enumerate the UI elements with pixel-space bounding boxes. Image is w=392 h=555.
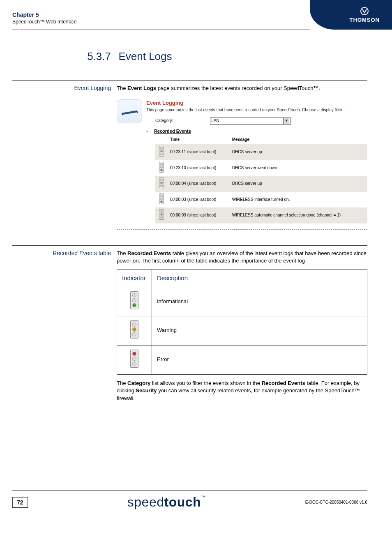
cell-desc: Warning: [152, 316, 367, 345]
cell-msg: DHCS server up: [230, 144, 367, 160]
severity-icon: [159, 209, 164, 220]
side-label-event-logging: Event Logging: [12, 85, 117, 233]
chevron-down-icon: ▼: [283, 118, 289, 124]
chapter-title: Chapter 5: [12, 12, 77, 18]
col-time: Time: [168, 136, 230, 144]
recorded-events-heading: • Recorded Events: [146, 128, 367, 135]
screenshot-title: Event Logging: [146, 99, 367, 107]
cell-time: 00:23:11 (since last boot): [168, 144, 230, 160]
speedtouch-logo: speedtouch™: [127, 495, 206, 510]
severity-icon: [159, 146, 164, 157]
table-row: 00:23:10 (since last boot) DHCS server w…: [155, 160, 367, 176]
text: page summarizes the latest events record…: [156, 85, 320, 91]
dashed-rule: [117, 96, 367, 96]
brand-band: THOMSON: [310, 0, 392, 30]
screenshot-panel: Event Logging This page summarizes the l…: [117, 99, 367, 223]
cell-desc: Error: [152, 345, 367, 374]
category-label: Category:: [155, 118, 173, 124]
severity-warn-icon: [130, 320, 138, 339]
recorded-events-para2: The Category list allows you to filter t…: [117, 380, 367, 403]
cell-time: 00:00:03 (since last boot): [168, 207, 230, 223]
bullet-icon: •: [146, 129, 148, 134]
category-select[interactable]: LAN ▼: [210, 117, 291, 125]
cell-msg: WIRELESS interface turned on.: [230, 192, 367, 208]
cell-time: 00:00:04 (since last boot): [168, 176, 230, 192]
table-row: 00:00:03 (since last boot) WIRELESS inte…: [155, 192, 367, 208]
page-number: 72: [12, 497, 28, 508]
chapter-block: Chapter 5 SpeedTouch™ Web Interface: [12, 12, 77, 25]
col-description: Description: [152, 269, 367, 287]
logo-bold: touch: [164, 495, 201, 509]
indicator-table: Indicator Description Informational Warn…: [117, 269, 367, 374]
table-row: Error: [117, 345, 367, 374]
table-row: 00:00:04 (since last boot) DHCS server u…: [155, 176, 367, 192]
severity-icon: [159, 193, 164, 204]
event-logging-block: Event Logging The Event Logs page summar…: [12, 80, 367, 233]
screenshot-events-table: Time Message 00:23:11 (since last boot) …: [155, 136, 367, 223]
recorded-events-table-block: Recorded Events table The Recorded Event…: [12, 245, 367, 403]
col-indicator: Indicator: [117, 269, 152, 287]
cell-time: 00:00:03 (since last boot): [168, 192, 230, 208]
svg-point-0: [361, 7, 368, 15]
table-row: Informational: [117, 287, 367, 316]
table-row: 00:00:03 (since last boot) WIRELESS auto…: [155, 207, 367, 223]
text-bold: Category: [127, 380, 150, 386]
recorded-events-para1: The Recorded Events table gives you an o…: [117, 250, 367, 265]
chapter-subtitle: SpeedTouch™ Web Interface: [12, 19, 77, 25]
severity-icon: [159, 162, 164, 173]
text: list allows you to filter the events sho…: [150, 380, 261, 386]
recorded-events-title: Recorded Events: [154, 129, 191, 134]
col-icon: [155, 136, 168, 144]
category-value: LAN: [211, 118, 219, 124]
thomson-logo: THOMSON: [350, 7, 380, 23]
cell-time: 00:23:10 (since last boot): [168, 160, 230, 176]
side-label-recorded-events: Recorded Events table: [12, 250, 117, 403]
logo-thin: speed: [127, 495, 164, 509]
section-title: Event Logs: [118, 50, 172, 62]
col-message: Message: [230, 136, 367, 144]
table-row: 00:23:11 (since last boot) DHCS server u…: [155, 144, 367, 160]
text: The: [117, 85, 127, 91]
severity-info-icon: [130, 291, 138, 309]
text: The: [117, 250, 127, 256]
dashed-rule: [117, 229, 367, 230]
document-reference: E-DOC-CTC-20050401-0008 v1.0: [305, 500, 367, 504]
section-number: 5.3.7: [12, 50, 117, 63]
section-heading: 5.3.7 Event Logs: [12, 50, 367, 63]
severity-icon: [159, 177, 164, 188]
page-footer: 72 speedtouch™ E-DOC-CTC-20050401-0008 v…: [12, 490, 367, 510]
cell-desc: Informational: [152, 287, 367, 316]
text-bold: Recorded Events: [127, 250, 171, 256]
text-bold: Event Logs: [127, 85, 156, 91]
table-row: Warning: [117, 316, 367, 345]
text-bold: Security: [136, 387, 157, 394]
logo-tm: ™: [201, 495, 206, 500]
cell-msg: WIRELESS automatic channel selection don…: [230, 207, 367, 223]
header-rule: [12, 30, 310, 30]
screenshot-subtitle: This page summarizes the last events tha…: [146, 107, 367, 113]
cell-msg: DHCS server went down: [230, 160, 367, 176]
text-bold: Recorded Events: [262, 380, 305, 386]
cell-msg: DHCS server up: [230, 176, 367, 192]
device-icon: [117, 99, 142, 123]
thomson-name: THOMSON: [350, 17, 380, 23]
severity-error-icon: [130, 350, 138, 368]
thomson-mark-icon: [350, 7, 380, 16]
text: The: [117, 380, 127, 386]
event-logging-intro: The Event Logs page summarizes the lates…: [117, 85, 367, 92]
